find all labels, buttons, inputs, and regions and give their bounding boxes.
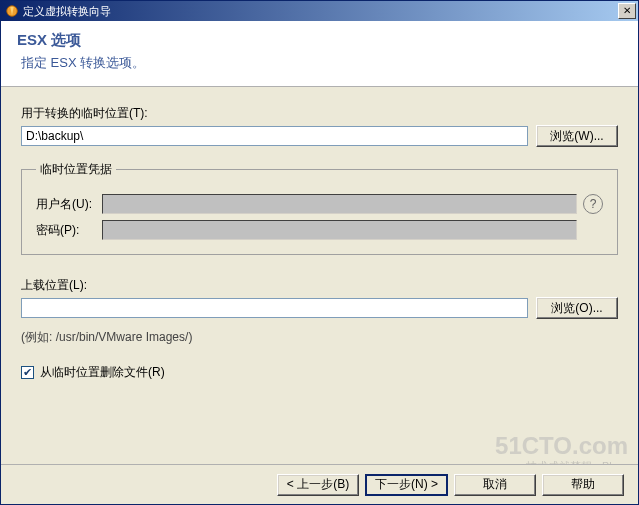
checkmark-icon: ✔	[23, 367, 32, 378]
help-icon[interactable]: ?	[583, 194, 603, 214]
upload-browse-button[interactable]: 浏览(O)...	[536, 297, 618, 319]
temp-browse-button[interactable]: 浏览(W)...	[536, 125, 618, 147]
page-title: ESX 选项	[17, 31, 622, 50]
header: ESX 选项 指定 ESX 转换选项。	[1, 21, 638, 87]
titlebar: 定义虚拟转换向导 ✕	[1, 1, 638, 21]
credentials-group: 临时位置凭据 用户名(U): ? 密码(P):	[21, 161, 618, 255]
next-button[interactable]: 下一步(N) >	[365, 474, 448, 496]
username-label: 用户名(U):	[36, 196, 96, 213]
window-title: 定义虚拟转换向导	[23, 4, 618, 19]
credentials-legend: 临时位置凭据	[36, 161, 116, 178]
upload-location-label: 上载位置(L):	[21, 277, 618, 294]
body: 用于转换的临时位置(T): 浏览(W)... 临时位置凭据 用户名(U): ? …	[1, 87, 638, 391]
temp-location-input[interactable]	[21, 126, 528, 146]
cancel-button[interactable]: 取消	[454, 474, 536, 496]
username-input	[102, 194, 577, 214]
back-button[interactable]: < 上一步(B)	[277, 474, 359, 496]
password-input	[102, 220, 577, 240]
upload-location-input[interactable]	[21, 298, 528, 318]
wizard-window: 定义虚拟转换向导 ✕ ESX 选项 指定 ESX 转换选项。 用于转换的临时位置…	[0, 0, 639, 505]
delete-files-checkbox[interactable]: ✔	[21, 366, 34, 379]
close-button[interactable]: ✕	[618, 3, 636, 19]
delete-files-row[interactable]: ✔ 从临时位置删除文件(R)	[21, 364, 618, 381]
footer: < 上一步(B) 下一步(N) > 取消 帮助	[1, 464, 638, 504]
delete-files-label: 从临时位置删除文件(R)	[40, 364, 165, 381]
help-button[interactable]: 帮助	[542, 474, 624, 496]
page-subtitle: 指定 ESX 转换选项。	[17, 54, 622, 72]
temp-location-label: 用于转换的临时位置(T):	[21, 105, 618, 122]
upload-example: (例如: /usr/bin/VMware Images/)	[21, 329, 618, 346]
watermark: 51CTO.com	[495, 432, 628, 460]
password-label: 密码(P):	[36, 222, 96, 239]
wizard-icon	[5, 4, 19, 18]
